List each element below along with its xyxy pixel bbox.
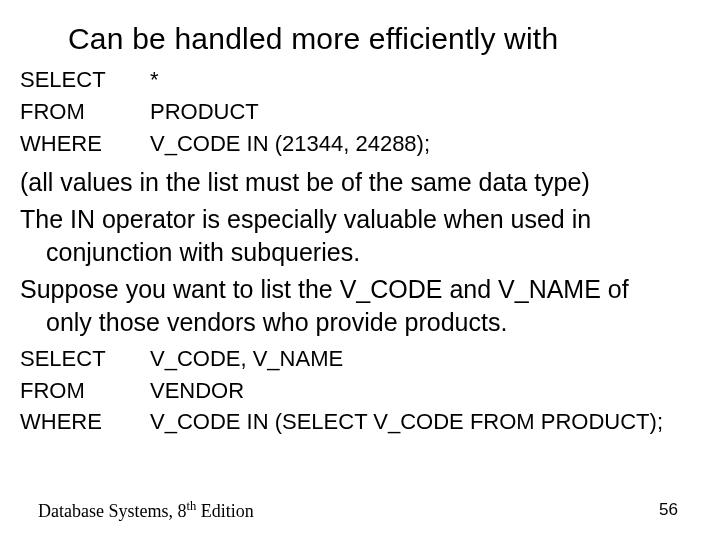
sql-keyword: WHERE (20, 406, 150, 438)
sql-block-1: SELECT * FROM PRODUCT WHERE V_CODE IN (2… (20, 64, 700, 160)
sql-keyword: SELECT (20, 64, 150, 96)
sql-arg: PRODUCT (150, 96, 700, 128)
sql-arg: V_CODE, V_NAME (150, 343, 700, 375)
sql-keyword: FROM (20, 375, 150, 407)
footer-part-a: Database Systems, 8 (38, 501, 186, 521)
body-paragraph-2: The IN operator is especially valuable w… (20, 203, 700, 269)
sql-arg: VENDOR (150, 375, 700, 407)
footer-part-b: Edition (196, 501, 254, 521)
sql-keyword: FROM (20, 96, 150, 128)
sql-keyword: SELECT (20, 343, 150, 375)
body-paragraph-3: Suppose you want to list the V_CODE and … (20, 273, 700, 339)
sql-keyword: WHERE (20, 128, 150, 160)
slide-title: Can be handled more efficiently with (68, 22, 700, 56)
footer-sup: th (186, 499, 196, 513)
sql-arg: * (150, 64, 700, 96)
body-line: The IN operator is especially valuable w… (20, 205, 591, 233)
sql-arg: V_CODE IN (SELECT V_CODE FROM PRODUCT); (150, 406, 700, 438)
body-paragraph-1: (all values in the list must be of the s… (20, 166, 700, 199)
sql-block-2: SELECT V_CODE, V_NAME FROM VENDOR WHERE … (20, 343, 700, 439)
sql-arg: V_CODE IN (21344, 24288); (150, 128, 700, 160)
slide: Can be handled more efficiently with SEL… (0, 0, 720, 540)
body-line-indent: conjunction with subqueries. (46, 236, 700, 269)
body-line-indent: only those vendors who provide products. (46, 306, 700, 339)
footer-text: Database Systems, 8th Edition (38, 499, 254, 522)
body-line: Suppose you want to list the V_CODE and … (20, 275, 629, 303)
page-number: 56 (659, 500, 678, 520)
